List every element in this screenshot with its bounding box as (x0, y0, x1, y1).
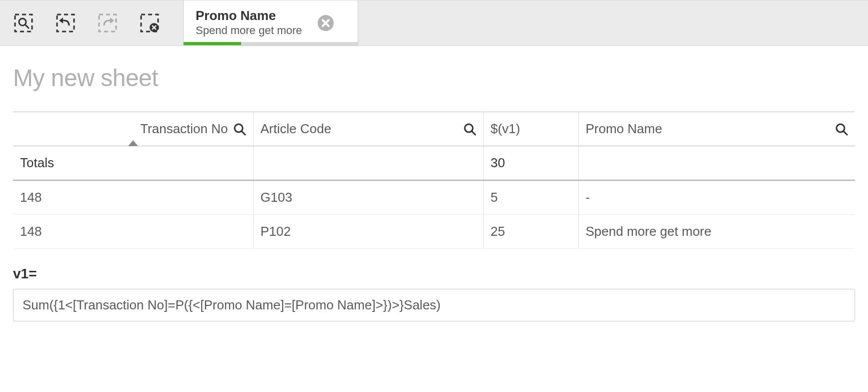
selection-filter-chip[interactable]: Promo Name Spend more get more (183, 1, 358, 46)
expression-input[interactable]: Sum({1<[Transaction No]=P({<[Promo Name]… (13, 289, 855, 321)
redo-icon (97, 13, 118, 34)
svg-rect-0 (15, 15, 32, 32)
filter-chip-close-button[interactable] (317, 15, 334, 32)
column-search-button[interactable] (463, 123, 476, 136)
svg-marker-6 (110, 18, 114, 24)
totals-article (253, 146, 483, 181)
smart-search-button[interactable] (12, 12, 35, 35)
filter-chip-text: Promo Name Spend more get more (196, 8, 302, 38)
svg-rect-3 (57, 15, 74, 32)
table-row[interactable]: 148 G103 5 - (13, 180, 855, 215)
svg-marker-4 (59, 18, 63, 24)
cell-promo: - (578, 180, 855, 215)
cell-article: G103 (253, 180, 483, 215)
column-search-button[interactable] (835, 123, 848, 136)
step-back-button[interactable] (54, 12, 77, 35)
clear-selection-icon (139, 13, 160, 34)
cell-v1: 5 (483, 180, 578, 215)
filter-chip-field: Promo Name (196, 8, 302, 24)
filter-chip-value: Spend more get more (196, 24, 302, 38)
filter-progress-bar (184, 42, 241, 45)
svg-line-2 (25, 25, 29, 28)
cell-v1: 25 (483, 215, 578, 249)
step-forward-button[interactable] (96, 12, 119, 35)
totals-promo (578, 146, 855, 181)
svg-line-15 (242, 131, 245, 135)
search-icon (835, 123, 848, 136)
header-label: Transaction No (20, 121, 228, 137)
search-icon (233, 123, 246, 136)
cell-promo: Spend more get more (578, 215, 855, 249)
selection-toolbar: Promo Name Spend more get more (0, 0, 868, 46)
header-label: $(v1) (491, 121, 520, 136)
svg-rect-5 (99, 15, 116, 32)
header-article[interactable]: Article Code (253, 112, 483, 146)
sheet-title[interactable]: My new sheet (13, 64, 855, 92)
table-row[interactable]: 148 P102 25 Spend more get more (13, 215, 855, 249)
variable-label: v1= (13, 266, 855, 282)
totals-label: Totals (13, 146, 253, 181)
header-transaction[interactable]: Transaction No (13, 112, 253, 146)
sheet-area: My new sheet Transaction No (0, 46, 868, 330)
close-circle-icon (317, 15, 334, 32)
toolbar-buttons (0, 1, 173, 46)
header-promo[interactable]: Promo Name (578, 112, 855, 146)
totals-row: Totals 30 (13, 146, 855, 181)
header-label: Article Code (261, 121, 458, 137)
selection-search-icon (13, 13, 34, 34)
data-table: Transaction No Article Code (13, 112, 855, 249)
sort-asc-icon (128, 140, 138, 146)
header-label: Promo Name (586, 121, 830, 137)
cell-transaction: 148 (13, 215, 253, 249)
search-icon (463, 123, 476, 136)
cell-transaction: 148 (13, 180, 253, 215)
column-search-button[interactable] (233, 123, 246, 136)
table-header-row: Transaction No Article Code (13, 112, 855, 146)
svg-line-17 (472, 131, 475, 135)
undo-icon (55, 13, 76, 34)
clear-selections-button[interactable] (138, 12, 161, 35)
cell-article: P102 (253, 215, 483, 249)
totals-v1: 30 (483, 146, 578, 181)
svg-line-19 (843, 131, 847, 135)
header-v1[interactable]: $(v1) (483, 112, 578, 146)
